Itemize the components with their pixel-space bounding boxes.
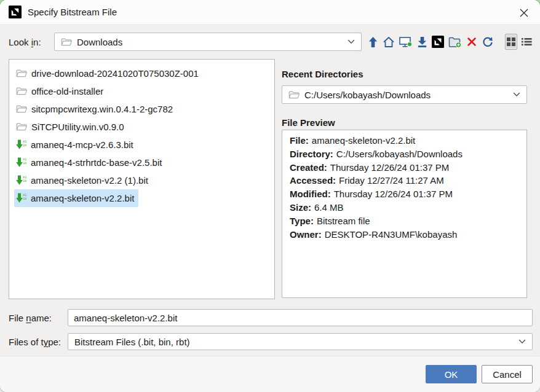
refresh-icon[interactable] [482,34,494,49]
svg-text:10: 10 [23,179,26,182]
preview-row: Owner:DESKTOP-R4N3UMF\kobayash [290,228,519,241]
title-bar: Specify Bitstream File [0,0,540,25]
bit-file-icon: 0110 [16,157,26,168]
file-item-row[interactable]: sitcpmpcwritexg.win.0.4.1-2-gc782 [14,100,177,118]
preview-row: Modified:Thursday 12/26/24 01:37 PM [290,187,519,201]
cancel-button[interactable]: Cancel [482,365,533,383]
folder-icon [16,87,27,96]
file-item-row[interactable]: drive-download-20241020T075030Z-001 [14,65,203,82]
amd-logo-icon[interactable] [432,34,444,49]
folder-icon [288,90,300,100]
file-name-label: amaneq-4-mcp-v2.6.3.bit [31,139,133,150]
chevron-down-icon [518,339,526,344]
file-name-label: amaneq-skeleton-v2.2.bit [31,193,134,203]
files-of-type-label: Files of type: [9,337,61,347]
preview-row: File:amaneq-skeleton-v2.2.bit [290,134,519,147]
svg-text:10: 10 [23,197,26,200]
file-name-label: sitcpmpcwritexg.win.0.4.1-2-gc782 [31,104,173,114]
file-name-label: drive-download-20241020T075030Z-001 [31,68,199,79]
file-name-label: office-old-installer [31,86,103,96]
folder-icon [61,37,72,47]
files-of-type-value: Bitstream Files (.bit, bin, rbt) [74,337,190,347]
amd-logo-icon [9,6,22,18]
look-in-combobox[interactable]: Downloads [54,33,362,51]
preview-row: Size:6.4 MB [290,201,519,214]
folder-icon [16,104,27,114]
svg-text:01: 01 [23,194,26,197]
file-name-field-label: File name: [9,313,52,323]
preview-row: Type:Bitstream file [290,214,519,228]
file-preview-header: File Preview [282,117,335,128]
window-title: Specify Bitstream File [28,7,117,17]
file-item-row[interactable]: 0110 amaneq-4-strhrtdc-base-v2.5.bit [14,154,166,171]
preview-row: Directory:C:/Users/kobayash/Downloads [290,147,519,161]
file-item-row[interactable]: office-old-installer [14,82,108,100]
list-view-icon[interactable] [522,34,533,50]
home-icon[interactable] [383,34,395,49]
chevron-down-icon [513,92,520,97]
file-item-row[interactable]: SiTCPUtility.win.v0.9.0 [14,118,129,136]
svg-text:01: 01 [23,140,26,143]
look-in-value: Downloads [77,37,122,47]
file-name-input[interactable] [68,309,533,326]
svg-text:10: 10 [23,162,26,165]
folder-icon [16,69,27,78]
svg-text:01: 01 [23,158,26,161]
download-icon[interactable] [417,34,427,49]
svg-text:10: 10 [23,144,26,147]
file-item-row[interactable]: 0110 amaneq-4-mcp-v2.6.3.bit [14,136,138,154]
ok-button[interactable]: OK [426,365,477,383]
desktop-icon[interactable] [399,34,413,49]
preview-row: Accessed:Friday 12/27/24 11:27 AM [290,174,519,187]
svg-text:01: 01 [23,176,26,179]
chevron-down-icon [347,39,355,44]
file-list-panel: drive-download-20241020T075030Z-001 offi… [9,59,275,299]
up-directory-icon[interactable] [368,34,378,49]
bit-file-icon: 0110 [16,193,26,203]
look-in-label: Look in: [9,37,41,47]
bit-file-icon: 0110 [16,139,26,150]
file-item-row[interactable]: 0110 amaneq-skeleton-v2.2 (1).bit [14,171,153,189]
specify-bitstream-file-dialog: Specify Bitstream File Look in: Download… [0,0,540,392]
folder-icon [16,122,27,131]
bit-file-icon: 0110 [16,175,26,186]
file-item-row-selected[interactable]: 0110 amaneq-skeleton-v2.2.bit [14,189,138,207]
grid-view-icon[interactable] [505,34,517,50]
file-preview-panel: File:amaneq-skeleton-v2.2.bit Directory:… [282,130,527,298]
directory-toolbar [368,33,533,51]
file-name-label: SiTCPUtility.win.v0.9.0 [31,122,124,132]
delete-icon[interactable] [466,34,477,49]
preview-row: Created:Thursday 12/26/24 01:37 PM [290,161,519,174]
files-of-type-combobox[interactable]: Bitstream Files (.bit, bin, rbt) [68,333,533,350]
recent-directories-header: Recent Directories [282,69,363,79]
file-name-label: amaneq-skeleton-v2.2 (1).bit [31,175,148,186]
file-name-label: amaneq-4-strhrtdc-base-v2.5.bit [31,157,162,168]
close-icon[interactable] [517,6,531,20]
new-folder-icon[interactable] [448,34,462,49]
recent-directories-combobox[interactable]: C:/Users/kobayash/Downloads [282,85,527,104]
recent-directory-value: C:/Users/kobayash/Downloads [304,90,431,100]
